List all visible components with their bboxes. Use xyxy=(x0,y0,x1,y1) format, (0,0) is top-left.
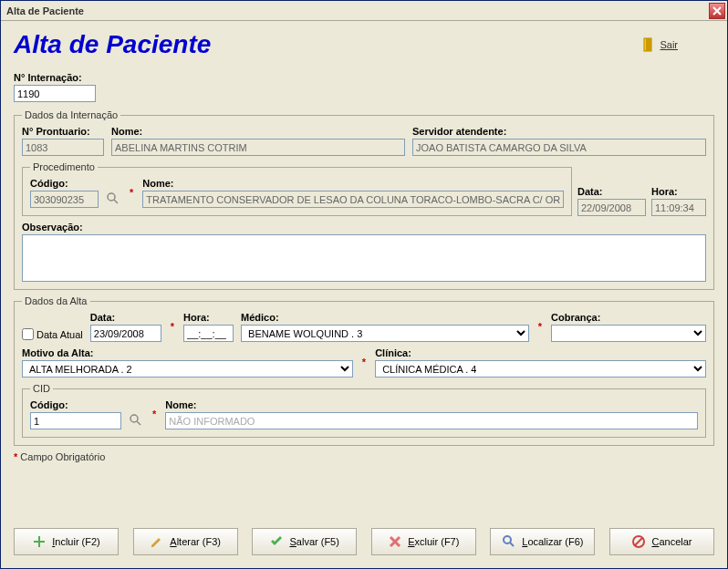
cid-codigo-input[interactable] xyxy=(30,412,121,429)
cobranca-select[interactable] xyxy=(551,325,706,342)
medico-label: Médico: xyxy=(241,312,529,323)
search-icon xyxy=(502,534,516,549)
cid-nome-input xyxy=(165,412,698,429)
cid-legend: CID xyxy=(30,383,53,394)
clinica-label: Clínica: xyxy=(375,347,706,358)
cid-search-icon[interactable] xyxy=(129,413,143,428)
close-icon xyxy=(712,6,722,16)
motivo-select[interactable]: ALTA MELHORADA . 2 xyxy=(22,360,353,378)
alta-data-label: Data: xyxy=(90,312,161,323)
sair-link[interactable]: Sair xyxy=(643,37,678,52)
internacao-input[interactable] xyxy=(14,85,96,102)
window-title: Alta de Paciente xyxy=(3,5,84,16)
asterisk: * xyxy=(152,409,156,421)
cid-fieldset: CID Código: * Nome: xyxy=(22,383,706,438)
int-hora-input xyxy=(651,199,706,216)
alta-hora-label: Hora: xyxy=(183,312,234,323)
nome-paciente-input xyxy=(111,139,405,156)
cancelar-button[interactable]: Cancelar xyxy=(609,528,714,555)
observacao-label: Observação: xyxy=(22,222,706,233)
localizar-label: Localizar (F6) xyxy=(522,536,583,547)
clinica-select[interactable]: CLÍNICA MÉDICA . 4 xyxy=(375,360,706,378)
svg-point-4 xyxy=(130,415,138,422)
incluir-label: Incluir (F2) xyxy=(52,536,100,547)
localizar-button[interactable]: Localizar (F6) xyxy=(490,528,595,555)
asterisk: * xyxy=(538,321,542,334)
svg-line-3 xyxy=(114,200,118,203)
dados-alta-fieldset: Dados da Alta Data Atual Data: * Hora: M… xyxy=(14,295,714,446)
svg-line-7 xyxy=(510,543,514,546)
salvar-button[interactable]: Salvar (F5) xyxy=(252,528,357,555)
svg-point-2 xyxy=(108,193,115,201)
svg-line-5 xyxy=(137,421,140,425)
dados-alta-legend: Dados da Alta xyxy=(22,295,90,306)
required-note: * Campo Obrigatório xyxy=(14,451,714,462)
check-icon xyxy=(269,534,284,549)
cancel-icon xyxy=(631,534,646,549)
int-data-label: Data: xyxy=(577,186,646,197)
data-atual-checkbox[interactable] xyxy=(22,328,34,340)
titlebar: Alta de Paciente xyxy=(1,1,727,21)
alterar-button[interactable]: Alterar (F3) xyxy=(133,528,238,555)
proc-search-icon[interactable] xyxy=(106,191,120,206)
alta-hora-input[interactable] xyxy=(183,325,234,342)
medico-select[interactable]: BENAME WOLQUIND . 3 xyxy=(241,325,529,342)
prontuario-input xyxy=(22,139,104,156)
asterisk: * xyxy=(362,357,366,369)
incluir-button[interactable]: Incluir (F2) xyxy=(14,528,119,555)
plus-icon xyxy=(32,534,47,549)
delete-icon xyxy=(388,534,402,549)
alta-data-input[interactable] xyxy=(90,325,161,342)
observacao-textarea[interactable] xyxy=(22,234,706,282)
salvar-label: Salvar (F5) xyxy=(289,536,338,547)
internacao-label: N° Internação: xyxy=(14,72,714,83)
asterisk: * xyxy=(171,321,174,334)
page-title: Alta de Paciente xyxy=(14,30,211,59)
svg-line-9 xyxy=(635,538,642,545)
pencil-icon xyxy=(150,534,164,549)
procedimento-legend: Procedimento xyxy=(30,161,98,172)
excluir-label: Excluir (F7) xyxy=(408,536,459,547)
nome-paciente-label: Nome: xyxy=(111,126,405,137)
close-button[interactable] xyxy=(709,3,725,19)
dados-internacao-legend: Dados da Internação xyxy=(22,109,120,120)
sair-label: Sair xyxy=(660,39,678,50)
cid-nome-label: Nome: xyxy=(165,399,698,410)
svg-point-6 xyxy=(504,536,511,543)
int-hora-label: Hora: xyxy=(651,186,706,197)
excluir-button[interactable]: Excluir (F7) xyxy=(371,528,476,555)
proc-codigo-label: Código: xyxy=(30,178,99,189)
dados-internacao-fieldset: Dados da Internação N° Prontuario: Nome:… xyxy=(14,109,714,290)
asterisk: * xyxy=(130,187,133,200)
cancelar-label: Cancelar xyxy=(651,536,692,547)
data-atual-label: Data Atual xyxy=(36,329,83,340)
servidor-label: Servidor atendente: xyxy=(412,126,706,137)
alterar-label: Alterar (F3) xyxy=(170,536,221,547)
motivo-label: Motivo da Alta: xyxy=(22,347,353,358)
cobranca-label: Cobrança: xyxy=(551,312,706,323)
prontuario-label: N° Prontuario: xyxy=(22,126,104,137)
proc-nome-label: Nome: xyxy=(142,178,564,189)
proc-codigo-input xyxy=(30,191,99,208)
cid-codigo-label: Código: xyxy=(30,399,121,410)
proc-nome-input xyxy=(142,191,564,208)
exit-icon xyxy=(643,37,656,52)
int-data-input xyxy=(577,199,646,216)
svg-rect-1 xyxy=(646,38,651,51)
servidor-input xyxy=(412,139,706,156)
procedimento-fieldset: Procedimento Código: * Nome: xyxy=(22,161,572,216)
